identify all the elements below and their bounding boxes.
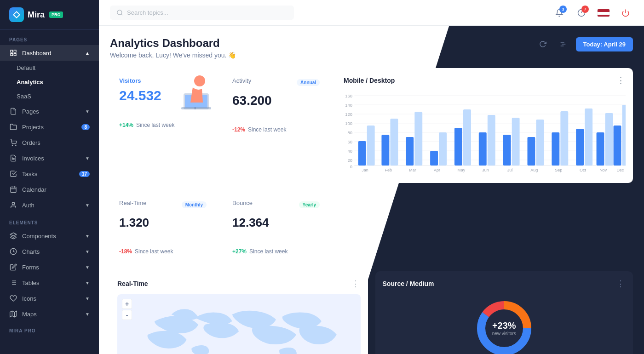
svg-rect-71 — [479, 132, 487, 166]
map-title: Real-Time — [117, 280, 148, 287]
svg-text:140: 140 — [345, 103, 352, 108]
realtime-change: -18% Since last week — [119, 248, 207, 255]
donut-chart: +23% new visitors — [472, 296, 536, 354]
sidebar-item-calendar[interactable]: Calendar — [0, 182, 99, 197]
elements-section-label: ELEMENTS — [0, 213, 99, 228]
sidebar-item-maps[interactable]: Maps ▼ — [0, 306, 99, 322]
sidebar-item-tasks-label: Tasks — [22, 171, 37, 177]
sidebar-item-invoices[interactable]: Invoices ▼ — [0, 150, 99, 166]
svg-marker-13 — [10, 233, 16, 236]
map-container: + - — [117, 294, 361, 354]
source-medium-title: Source / Medium — [383, 280, 434, 287]
svg-text:Feb: Feb — [385, 168, 392, 172]
source-medium-card: Source / Medium ⋮ — [375, 271, 633, 354]
flag-icon — [597, 9, 610, 17]
svg-line-25 — [121, 14, 122, 15]
svg-text:Jul: Jul — [507, 168, 513, 172]
sidebar-item-charts[interactable]: Charts ▼ — [0, 244, 99, 259]
sidebar-item-saas[interactable]: SaaS — [0, 89, 99, 103]
chevron-down-icon: ▼ — [85, 109, 90, 114]
sidebar-item-tables[interactable]: Tables ▼ — [0, 275, 99, 291]
svg-rect-3 — [14, 53, 16, 56]
page-subtitle: Welcome back, Lucy! We've missed you. 👋 — [110, 51, 236, 59]
sidebar-item-icons[interactable]: Icons ▼ — [0, 291, 99, 306]
sidebar-item-forms[interactable]: Forms ▼ — [0, 259, 99, 275]
table-icon — [9, 279, 17, 287]
activity-badge: Annual — [297, 79, 320, 86]
sidebar-item-components[interactable]: Components ▼ — [0, 228, 99, 244]
svg-rect-68 — [454, 128, 462, 166]
search-icon — [116, 9, 123, 16]
donut-label: new visitors — [492, 331, 516, 336]
svg-text:Sep: Sep — [555, 168, 562, 172]
map-zoom-in-button[interactable]: + — [122, 299, 132, 309]
svg-rect-0 — [11, 50, 13, 52]
map-zoom-out-button[interactable]: - — [122, 310, 132, 320]
svg-text:60: 60 — [347, 140, 352, 144]
refresh-button[interactable] — [535, 37, 550, 51]
file-icon — [9, 107, 17, 115]
sidebar-item-orders[interactable]: Orders — [0, 135, 99, 150]
sidebar-item-analytics[interactable]: Analytics — [0, 75, 99, 89]
map-menu-button[interactable]: ⋮ — [351, 279, 361, 289]
svg-text:Aug: Aug — [530, 168, 538, 172]
app-logo: Mira PRO — [0, 0, 99, 30]
user-icon — [9, 201, 17, 209]
sidebar-item-pages[interactable]: Pages ▼ — [0, 103, 99, 119]
realtime-label: Real-Time — [119, 200, 146, 206]
svg-point-12 — [12, 202, 14, 205]
sidebar-item-tasks[interactable]: Tasks 17 — [0, 166, 99, 182]
realtime-change-pct: -18% — [119, 248, 132, 255]
pages-section-label: PAGES — [0, 30, 99, 45]
sidebar-item-invoices-label: Invoices — [22, 155, 44, 162]
map-controls: + - — [122, 299, 132, 320]
source-menu-button[interactable]: ⋮ — [616, 279, 626, 289]
page-title: Analytics Dashboard — [110, 37, 236, 50]
visitors-change-label: Since last week — [136, 122, 174, 128]
language-selector[interactable] — [596, 6, 611, 20]
heart-icon — [9, 294, 17, 303]
power-button[interactable] — [618, 6, 633, 20]
alerts-button[interactable]: 7 — [574, 6, 589, 20]
sidebar-item-projects[interactable]: Projects 8 — [0, 119, 99, 135]
svg-text:20: 20 — [347, 158, 352, 163]
sidebar: Mira PRO PAGES Dashboard ▲ Default Analy… — [0, 0, 99, 354]
folder-icon — [9, 123, 17, 131]
search-box[interactable]: Search topics... — [110, 6, 294, 20]
logo-icon — [9, 7, 24, 22]
sidebar-item-maps-label: Maps — [22, 311, 37, 318]
sidebar-item-default[interactable]: Default — [0, 61, 99, 75]
chart-title-text: Mobile / Desktop — [344, 77, 395, 84]
sidebar-item-auth[interactable]: Auth ▼ — [0, 197, 99, 213]
today-button[interactable]: Today: April 29 — [576, 37, 633, 51]
activity-change-label: Since last week — [248, 126, 286, 133]
notifications-button[interactable]: 3 — [552, 6, 567, 20]
svg-point-4 — [12, 145, 12, 145]
title-block: Analytics Dashboard Welcome back, Lucy! … — [110, 37, 236, 59]
realtime-value: 1.320 — [119, 216, 207, 230]
mira-pro-section-label: MIRA PRO — [0, 322, 99, 336]
bar-chart-icon — [9, 247, 17, 256]
pro-badge: PRO — [49, 11, 63, 18]
realtime-card: Real-Time Monthly 1.320 -18% Since last … — [110, 190, 216, 264]
svg-rect-8 — [11, 187, 16, 193]
world-map-svg — [117, 294, 361, 354]
sidebar-item-dashboard[interactable]: Dashboard ▲ — [0, 45, 99, 61]
svg-rect-62 — [406, 137, 414, 166]
visitors-change: +14% Since last week — [119, 122, 207, 128]
bounce-label: Bounce — [232, 200, 253, 206]
chevron-down-icon-8: ▼ — [85, 296, 90, 301]
filter-button[interactable] — [556, 37, 570, 51]
svg-rect-60 — [390, 119, 398, 166]
bounce-value: 12.364 — [232, 216, 320, 230]
projects-badge: 8 — [81, 124, 90, 130]
realtime-change-label: Since last week — [135, 248, 173, 255]
svg-rect-69 — [463, 109, 471, 166]
bottom-row: Real-Time ⋮ + - — [110, 271, 633, 354]
chart-menu-button[interactable]: ⋮ — [616, 75, 626, 86]
svg-rect-89 — [614, 126, 621, 166]
page-inner: Analytics Dashboard Welcome back, Lucy! … — [99, 26, 644, 354]
sidebar-item-tables-label: Tables — [22, 280, 40, 286]
notifications-badge: 3 — [559, 6, 567, 13]
bounce-badge: Yearly — [299, 201, 320, 208]
